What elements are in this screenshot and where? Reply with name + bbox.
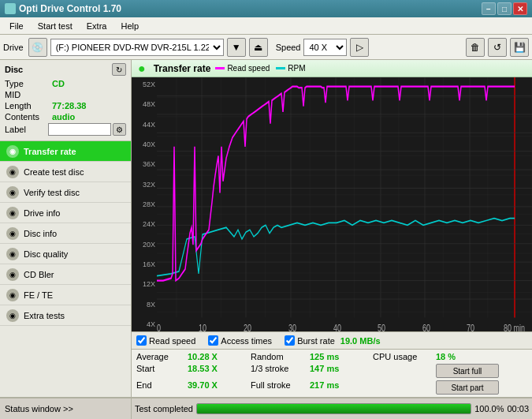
- chart-header: ● Transfer rate Read speed RPM: [132, 60, 532, 77]
- nav-disc-info[interactable]: ◉ Disc info: [0, 223, 131, 244]
- progress-percent: 100.0%: [474, 404, 504, 413]
- window-title: Opti Drive Control 1.70: [19, 3, 121, 14]
- status-window-label: Status window >>: [5, 404, 73, 413]
- fe-te-icon: ◉: [6, 289, 19, 301]
- sidebar: Disc ↻ Type CD MID Length 77:28.38 Conte…: [0, 60, 132, 397]
- disc-quality-icon: ◉: [6, 248, 19, 260]
- nav-disc-quality[interactable]: ◉ Disc quality: [0, 244, 131, 264]
- toolbar: Drive 💿 (F:) PIONEER DVD-RW DVR-215L 1.2…: [0, 35, 532, 60]
- nav-fe-te[interactable]: ◉ FE / TE: [0, 285, 131, 305]
- drive-arrow-btn[interactable]: ▼: [227, 38, 246, 57]
- full-stroke-val: 217 ms: [310, 380, 373, 395]
- nav-extra-tests-label: Extra tests: [24, 311, 65, 320]
- cpu-val: 18 %: [436, 352, 499, 361]
- drive-label: Drive: [3, 43, 24, 52]
- burst-rate-checkbox-label[interactable]: Burst rate 19.0 MB/s: [285, 335, 380, 346]
- start-full-button[interactable]: Start full: [436, 364, 499, 378]
- legend-rpm-label: RPM: [288, 64, 305, 73]
- app-icon: [5, 3, 16, 14]
- progress-bar-container: [196, 403, 471, 414]
- extra-tests-icon: ◉: [6, 309, 19, 322]
- access-times-checkbox[interactable]: [208, 335, 218, 346]
- nav-drive-info[interactable]: ◉ Drive info: [0, 203, 131, 223]
- stats-row-2: Start 18.53 X 1/3 stroke 147 ms Start fu…: [136, 364, 527, 378]
- close-button[interactable]: ✕: [513, 2, 527, 15]
- nav-cd-bler[interactable]: ◉ CD Bler: [0, 264, 131, 285]
- speed-arrow-btn[interactable]: ▷: [350, 38, 369, 57]
- random-val: 125 ms: [310, 352, 373, 361]
- create-test-disc-icon: ◉: [6, 166, 19, 178]
- access-times-checkbox-label[interactable]: Access times: [208, 335, 272, 346]
- drive-select[interactable]: (F:) PIONEER DVD-RW DVR-215L 1.22: [50, 39, 224, 56]
- start-part-button[interactable]: Start part: [436, 380, 499, 395]
- legend-read-speed-label: Read speed: [227, 64, 270, 73]
- stroke13-val: 147 ms: [310, 364, 373, 378]
- nav-transfer-rate[interactable]: ◉ Transfer rate: [0, 141, 131, 162]
- status-window-button[interactable]: Status window >>: [0, 398, 132, 419]
- status-text: Test completed: [135, 404, 193, 413]
- disc-type-row: Type CD: [5, 79, 126, 88]
- speed-label: Speed: [276, 43, 301, 52]
- menu-help[interactable]: Help: [114, 20, 145, 32]
- refresh-button[interactable]: ↺: [488, 38, 507, 57]
- disc-info-panel: Disc ↻ Type CD MID Length 77:28.38 Conte…: [0, 60, 131, 141]
- stats-row-1: Average 10.28 X Random 125 ms CPU usage …: [136, 352, 527, 361]
- clear-button[interactable]: 🗑: [466, 38, 485, 57]
- stats-row-3: End 39.70 X Full stroke 217 ms Start par…: [136, 380, 527, 395]
- nav-fe-te-label: FE / TE: [24, 290, 53, 300]
- disc-info-icon: ◉: [6, 227, 19, 240]
- nav-verify-test-disc-label: Verify test disc: [24, 188, 80, 197]
- verify-test-disc-icon: ◉: [6, 186, 19, 199]
- svg-text:30: 30: [288, 322, 296, 331]
- speed-select[interactable]: 40 X: [303, 39, 347, 56]
- disc-mid-key: MID: [5, 90, 52, 99]
- nav-cd-bler-label: CD Bler: [24, 270, 54, 279]
- chart-controls: Read speed Access times Burst rate 19.0 …: [132, 331, 532, 349]
- drive-icon-btn[interactable]: 💿: [28, 38, 47, 57]
- disc-label-gear-btn[interactable]: ⚙: [113, 123, 126, 136]
- chart-title: Transfer rate: [154, 63, 211, 74]
- nav-create-test-disc[interactable]: ◉ Create test disc: [0, 162, 131, 182]
- full-stroke-key: Full stroke: [251, 380, 310, 395]
- stroke13-key: 1/3 stroke: [251, 364, 310, 378]
- menu-start-test[interactable]: Start test: [32, 20, 79, 32]
- disc-type-val: CD: [52, 79, 65, 88]
- burst-rate-ctrl-label: Burst rate: [297, 336, 335, 346]
- legend-read-speed-color: [215, 67, 225, 69]
- maximize-button[interactable]: □: [497, 2, 512, 15]
- legend-rpm: RPM: [276, 64, 305, 73]
- cpu-key: CPU usage: [373, 352, 436, 361]
- nav-verify-test-disc[interactable]: ◉ Verify test disc: [0, 182, 131, 203]
- menu-extra[interactable]: Extra: [80, 20, 113, 32]
- save-button[interactable]: 💾: [510, 38, 529, 57]
- nav-disc-info-label: Disc info: [24, 229, 57, 238]
- disc-label-input[interactable]: [48, 123, 111, 136]
- disc-mid-row: MID: [5, 90, 126, 99]
- menu-file[interactable]: File: [3, 20, 30, 32]
- minimize-button[interactable]: −: [482, 2, 496, 15]
- eject-button[interactable]: ⏏: [249, 38, 268, 57]
- svg-text:20: 20: [244, 322, 251, 331]
- chart-legend: Read speed RPM: [215, 64, 305, 73]
- disc-label: Disc: [5, 65, 23, 74]
- random-key: Random: [251, 352, 310, 361]
- nav-extra-tests[interactable]: ◉ Extra tests: [0, 305, 131, 326]
- chart-svg: 0 10 20 30 40 50 60 70 80 min: [132, 77, 532, 331]
- nav-section: ◉ Transfer rate ◉ Create test disc ◉ Ver…: [0, 141, 131, 397]
- disc-type-key: Type: [5, 79, 52, 88]
- disc-length-row: Length 77:28.38: [5, 101, 126, 110]
- status-right: Test completed 100.0% 00:03: [132, 403, 532, 414]
- read-speed-checkbox-label[interactable]: Read speed: [136, 335, 195, 346]
- title-bar: Opti Drive Control 1.70 − □ ✕: [0, 0, 532, 17]
- disc-length-val: 77:28.38: [52, 101, 86, 110]
- disc-refresh-button[interactable]: ↻: [112, 63, 126, 76]
- cd-bler-icon: ◉: [6, 268, 19, 281]
- disc-contents-val: audio: [52, 112, 75, 122]
- read-speed-checkbox[interactable]: [136, 335, 147, 346]
- menu-bar: File Start test Extra Help: [0, 17, 532, 35]
- svg-text:70: 70: [467, 322, 474, 331]
- transfer-rate-icon: ◉: [6, 145, 19, 158]
- burst-rate-checkbox[interactable]: [285, 335, 295, 346]
- svg-text:60: 60: [422, 322, 430, 331]
- legend-read-speed: Read speed: [215, 64, 270, 73]
